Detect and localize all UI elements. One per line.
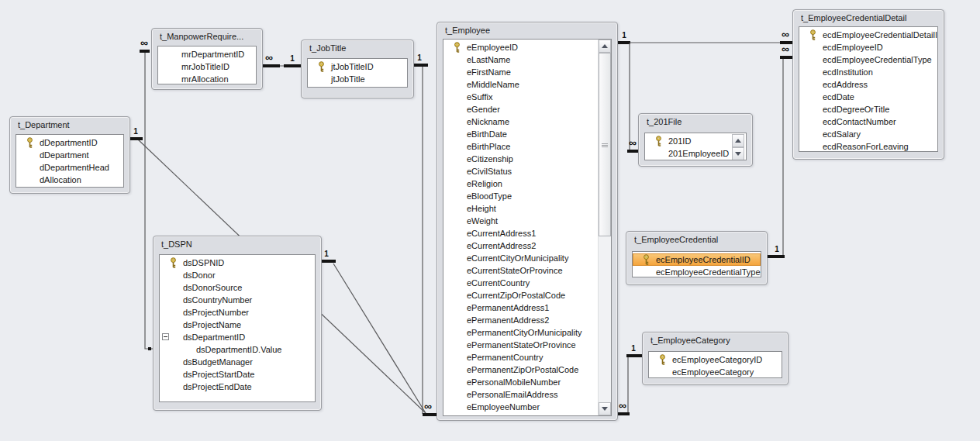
field-row-eWeight[interactable]: eWeight [443,215,598,227]
field-row-ePermanentZipOrPostalCode[interactable]: ePermanentZipOrPostalCode [443,363,598,376]
field-name: dsProjectName [183,320,241,329]
field-row-dsProjectStartDate[interactable]: dsProjectStartDate [160,368,315,381]
field-row-201EmployeeID[interactable]: 201EmployeeID [645,147,746,160]
table-t_ManpowerRequire[interactable]: t_ManpowerRequire...mrDepartmentIDmrJobT… [151,28,263,90]
table-t_Employee[interactable]: t_EmployeeeEmployeeIDeLastNameeFirstName… [437,22,618,421]
field-row-eCurrentAddress1[interactable]: eCurrentAddress1 [443,227,598,239]
table-t_201File[interactable]: t_201File201ID201EmployeeID [638,113,753,167]
relationship-line-t_EmployeeCredential-t_EmployeeCredentialDetail[interactable] [768,57,792,257]
field-row-eEmployeeID[interactable]: eEmployeeID [443,41,598,53]
scrollbar-up-button[interactable] [599,40,611,53]
field-name: eMiddleName [467,80,519,89]
field-list: 201ID201EmployeeID [644,133,747,160]
field-row-eHeight[interactable]: eHeight [443,202,598,215]
table-t_EmployeeCategory[interactable]: t_EmployeeCategoryecEmployeeCategoryIDec… [642,332,788,385]
field-row-eSuffix[interactable]: eSuffix [443,91,598,103]
field-row-ecEmployeeCategoryID[interactable]: ecEmployeeCategoryID [649,353,782,366]
field-row-ecEmployeeCategory[interactable]: ecEmployeeCategory [649,366,782,378]
field-row-dDepartment[interactable]: dDepartment [16,149,123,161]
field-row-ePermanentAddress1[interactable]: ePermanentAddress1 [443,301,598,314]
field-row-dsCountryNumber[interactable]: dsCountryNumber [160,294,315,306]
scrollbar-down-button[interactable] [599,402,611,415]
field-row-jtJobTitleID[interactable]: jtJobTitleID [308,60,407,73]
field-row-eCurrentCityOrMunicipality[interactable]: eCurrentCityOrMunicipality [443,252,598,264]
field-row-dsDepartmentID.Value[interactable]: dsDepartmentID.Value [160,343,315,356]
field-row-dDepartmentHead[interactable]: dDepartmentHead [16,161,123,174]
field-row-dAllocation[interactable]: dAllocation [16,174,123,186]
field-row-ePermanentAddress2[interactable]: ePermanentAddress2 [443,314,598,326]
field-row-201ID[interactable]: 201ID [645,135,746,147]
field-row-ecdEmployeeID[interactable]: ecdEmployeeID [799,41,937,53]
field-row-dsBudgetManager[interactable]: dsBudgetManager [160,356,315,368]
field-row-eReligion[interactable]: eReligion [443,177,598,190]
field-name: ecdReasonForLeaving [823,142,909,151]
table-t_EmployeeCredential[interactable]: t_EmployeeCredentialecEmployeeCredential… [626,231,768,285]
field-name: ePermanentCityOrMunicipality [467,328,582,337]
field-row-dsDonor[interactable]: dsDonor [160,269,315,281]
field-name: ecdEmployeeID [823,43,883,52]
field-row-ePersonalMobileNumber[interactable]: ePersonalMobileNumber [443,376,598,388]
field-row-ePermanentStateOrProvince[interactable]: ePermanentStateOrProvince [443,339,598,351]
field-row-eCurrentZipOrPostalCode[interactable]: eCurrentZipOrPostalCode [443,289,598,301]
field-row-dsDonorSource[interactable]: dsDonorSource [160,281,315,294]
field-list: ecEmployeeCategoryIDecEmployeeCategory [648,351,782,378]
table-t_Department[interactable]: t_DepartmentdDepartmentIDdDepartmentdDep… [9,116,130,194]
field-row-ecEmployeeCredentialType[interactable]: ecEmployeeCredentialType [633,266,761,277]
field-row-eCurrentCountry[interactable]: eCurrentCountry [443,277,598,289]
relationship-line-t_ManpowerRequire-t_DSPN[interactable] [145,51,153,349]
field-row-dsProjectName[interactable]: dsProjectName [160,319,315,331]
field-row-eNickname[interactable]: eNickname [443,115,598,128]
field-row-eGender[interactable]: eGender [443,103,598,115]
field-row-eCivilStatus[interactable]: eCivilStatus [443,165,598,177]
one-symbol: 1 [133,127,138,136]
field-row-ecdAddress[interactable]: ecdAddress [799,78,937,91]
table-t_DSPN[interactable]: t_DSPNdsDSPNIDdsDonordsDonorSourcedsCoun… [153,236,322,411]
scrollbar-thumb[interactable] [599,53,611,236]
collapse-minus-icon[interactable] [162,333,169,340]
field-row-dsProjectNumber[interactable]: dsProjectNumber [160,306,315,319]
field-row-eMiddleName[interactable]: eMiddleName [443,78,598,91]
field-row-ecdReasonForLeaving[interactable]: ecdReasonForLeaving [799,140,937,152]
field-row-dDepartmentID[interactable]: dDepartmentID [16,136,123,149]
field-row-eStaffCode[interactable]: eStaffCode [443,413,598,416]
field-row-ePermanentCityOrMunicipality[interactable]: ePermanentCityOrMunicipality [443,326,598,339]
field-row-eCurrentStateOrProvince[interactable]: eCurrentStateOrProvince [443,264,598,277]
field-row-mrDepartmentID[interactable]: mrDepartmentID [158,48,256,60]
field-row-ecdDate[interactable]: ecdDate [799,91,937,103]
field-row-eLastName[interactable]: eLastName [443,53,598,66]
table-t_JobTitle[interactable]: t_JobTitlejtJobTitleIDjtJobTitle [301,40,414,98]
field-row-eBirthPlace[interactable]: eBirthPlace [443,140,598,153]
field-row-dsDepartmentID[interactable]: dsDepartmentID [160,331,315,343]
vertical-scrollbar[interactable] [598,40,611,415]
spinner-down-button[interactable] [732,147,744,160]
field-row-ecEmployeeCredentialID[interactable]: ecEmployeeCredentialID [633,253,761,266]
field-row-ecdSalary[interactable]: ecdSalary [799,128,937,140]
field-row-eEmployeeNumber[interactable]: eEmployeeNumber [443,401,598,413]
table-t_EmployeeCredentialDetail[interactable]: t_EmployeeCredentialDetailecdEmployeeCre… [792,9,944,160]
field-row-ecdInstitution[interactable]: ecdInstitution [799,66,937,78]
spinner-up-button[interactable] [732,134,744,147]
field-name: ePermanentZipOrPostalCode [467,365,578,374]
field-row-eCurrentAddress2[interactable]: eCurrentAddress2 [443,239,598,252]
field-row-eBloodType[interactable]: eBloodType [443,190,598,202]
field-row-ePersonalEmailAddress[interactable]: ePersonalEmailAddress [443,388,598,401]
field-row-eCitizenship[interactable]: eCitizenship [443,153,598,165]
field-row-ecdEmployeeCredentialDetailID[interactable]: ecdEmployeeCredentialDetailID [799,29,937,41]
key-icon [809,29,817,40]
field-name: ecEmployeeCredentialID [656,255,751,264]
field-row-ePermanentCountry[interactable]: ePermanentCountry [443,351,598,363]
field-name: eStaffCode [467,415,509,416]
field-row-ecdDegreeOrTitle[interactable]: ecdDegreeOrTitle [799,103,937,115]
field-row-jtJobTitle[interactable]: jtJobTitle [308,73,407,85]
field-row-mrAllocation[interactable]: mrAllocation [158,73,256,84]
relationship-line-t_Employee-t_201File[interactable] [630,43,638,151]
field-row-eFirstName[interactable]: eFirstName [443,66,598,78]
field-name: eLastName [467,55,510,64]
field-row-ecdContactNumber[interactable]: ecdContactNumber [799,115,937,128]
field-row-mrJobTitleID[interactable]: mrJobTitleID [158,60,256,73]
field-row-dsDSPNID[interactable]: dsDSPNID [160,257,315,269]
field-row-ecdEmployeeCredentialType[interactable]: ecdEmployeeCredentialType [799,53,937,66]
field-row-eBirthDate[interactable]: eBirthDate [443,128,598,140]
many-symbol: ∞ [265,51,273,64]
field-row-dsProjectEndDate[interactable]: dsProjectEndDate [160,381,315,393]
